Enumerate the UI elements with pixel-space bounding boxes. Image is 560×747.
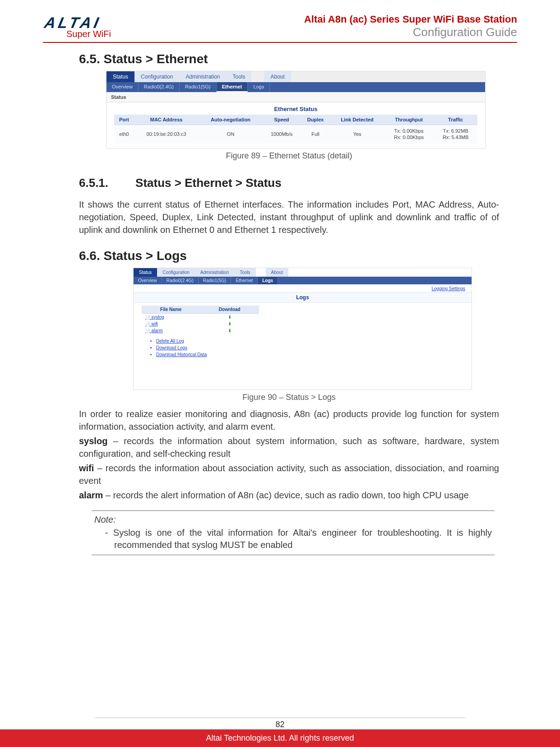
subtab-radio1[interactable]: Radio1(5G)	[180, 82, 217, 92]
logo-main-text: ALTAI	[43, 16, 103, 30]
cell-mac: 00:19:be:20:03:c3	[134, 125, 199, 144]
tab-status[interactable]: Status	[106, 71, 134, 82]
subtab-overview-2[interactable]: Overview	[134, 277, 162, 284]
logs-table: File Name Download syslog⬇ wifi⬇ alarm⬇	[142, 306, 259, 334]
para-syslog: syslog – records the information about s…	[79, 435, 499, 460]
col-autoneg: Auto-negotiation	[199, 115, 263, 125]
document-title-line1: Altai A8n (ac) Series Super WiFi Base St…	[304, 14, 517, 25]
tab-status-2[interactable]: Status	[134, 268, 157, 277]
log-alarm-link[interactable]: alarm	[142, 327, 200, 334]
tab-configuration-2[interactable]: Configuration	[157, 268, 194, 277]
ethernet-status-title: Ethernet Status	[106, 102, 485, 115]
col-mac: MAC Address	[134, 115, 199, 125]
cell-port: eth0	[114, 125, 134, 144]
log-action-links: Delete All Log Download Logs Download Hi…	[150, 338, 472, 358]
subtab-overview[interactable]: Overview	[106, 82, 139, 92]
para-6-5-1: It shows the current status of Ethernet …	[79, 198, 499, 236]
subtab-ethernet-2[interactable]: Ethernet	[231, 277, 258, 284]
figure-89: Status Configuration Administration Tool…	[106, 71, 486, 148]
col-throughput: Throughput	[384, 115, 434, 125]
document-title-line2: Configuration Guide	[304, 25, 517, 39]
col-duplex: Duplex	[301, 115, 330, 125]
download-icon[interactable]: ⬇	[200, 320, 259, 327]
subtab-ethernet[interactable]: Ethernet	[217, 82, 248, 92]
tab-tools-2[interactable]: Tools	[234, 268, 255, 277]
note-item: Syslog is one of the vital information f…	[94, 527, 492, 551]
col-speed: Speed	[263, 115, 301, 125]
log-wifi-link[interactable]: wifi	[142, 320, 200, 327]
table-row: alarm⬇	[142, 327, 259, 334]
subtab-radio1-2[interactable]: Radio1(5G)	[199, 277, 231, 284]
heading-6-5: 6.5. Status > Ethernet	[79, 52, 499, 66]
logo: ALTAI Super WiFi	[43, 16, 111, 39]
note-box: Note: Syslog is one of the vital informa…	[92, 510, 495, 555]
col-filename: File Name	[142, 306, 200, 314]
log-syslog-link[interactable]: syslog	[142, 313, 200, 320]
cell-throughput: Tx: 0.00KbpsRx: 0.00Kbps	[384, 125, 434, 144]
tab-configuration[interactable]: Configuration	[134, 71, 179, 82]
delete-all-log-link[interactable]: Delete All Log	[156, 338, 472, 344]
figure-90-caption: Figure 90 – Status > Logs	[79, 393, 499, 402]
figure-90: Status Configuration Administration Tool…	[133, 268, 472, 390]
subtab-logs-2[interactable]: Logs	[258, 277, 278, 284]
heading-6-5-1-text: Status > Ethernet > Status	[135, 176, 282, 190]
cell-autoneg: ON	[199, 125, 263, 144]
table-row: syslog⬇	[142, 313, 259, 320]
main-tab-bar: Status Configuration Administration Tool…	[106, 71, 485, 82]
tab-administration-2[interactable]: Administration	[195, 268, 234, 277]
logging-settings-link[interactable]: Logging Settings	[431, 286, 465, 291]
table-row: wifi⬇	[142, 320, 259, 327]
col-link: Link Detected	[330, 115, 384, 125]
page-footer: 82 Altai Technologies Ltd. All rights re…	[0, 712, 560, 747]
ethernet-status-table: Port MAC Address Auto-negotiation Speed …	[114, 115, 477, 144]
main-tab-bar-2: Status Configuration Administration Tool…	[134, 268, 472, 277]
subtab-logs[interactable]: Logs	[248, 82, 270, 92]
heading-6-5-1-num: 6.5.1.	[79, 176, 108, 190]
col-traffic: Traffic	[434, 115, 477, 125]
subtab-radio0-2[interactable]: Radio0(2.4G)	[162, 277, 199, 284]
tab-tools[interactable]: Tools	[226, 71, 251, 82]
tab-about-2[interactable]: About	[266, 268, 288, 277]
table-row: eth0 00:19:be:20:03:c3 ON 1000Mb/s Full …	[114, 125, 477, 144]
cell-link: Yes	[330, 125, 384, 144]
col-download: Download	[200, 306, 259, 314]
page-number: 82	[95, 718, 465, 729]
col-port: Port	[114, 115, 134, 125]
para-logs-intro: In order to realize easier monitoring an…	[79, 408, 499, 433]
para-alarm: alarm – records the alert information of…	[79, 489, 499, 501]
document-title-block: Altai A8n (ac) Series Super WiFi Base St…	[304, 14, 517, 39]
copyright-bar: Altai Technologies Ltd. All rights reser…	[0, 729, 560, 747]
panel-label-status: Status	[106, 92, 485, 102]
para-wifi: wifi – records the information about ass…	[79, 462, 499, 487]
logs-title: Logs	[134, 292, 472, 303]
download-logs-link[interactable]: Download Logs	[156, 344, 472, 351]
download-icon[interactable]: ⬇	[200, 313, 259, 320]
heading-6-6: 6.6. Status > Logs	[79, 249, 499, 263]
cell-traffic: Tx: 6.92MBRx: 5.43MB	[434, 125, 477, 144]
sub-tab-bar-2: Overview Radio0(2.4G) Radio1(5G) Etherne…	[134, 277, 472, 284]
note-label: Note:	[94, 515, 492, 525]
download-icon[interactable]: ⬇	[200, 327, 259, 334]
tab-about[interactable]: About	[264, 71, 291, 82]
sub-tab-bar: Overview Radio0(2.4G) Radio1(5G) Etherne…	[106, 82, 485, 92]
download-historical-link[interactable]: Download Historical Data	[156, 351, 472, 358]
page-header: ALTAI Super WiFi Altai A8n (ac) Series S…	[43, 14, 517, 43]
tab-administration[interactable]: Administration	[179, 71, 226, 82]
cell-duplex: Full	[301, 125, 330, 144]
figure-89-caption: Figure 89 – Ethernet Status (detail)	[79, 151, 499, 161]
cell-speed: 1000Mb/s	[263, 125, 301, 144]
subtab-radio0[interactable]: Radio0(2.4G)	[139, 82, 180, 92]
